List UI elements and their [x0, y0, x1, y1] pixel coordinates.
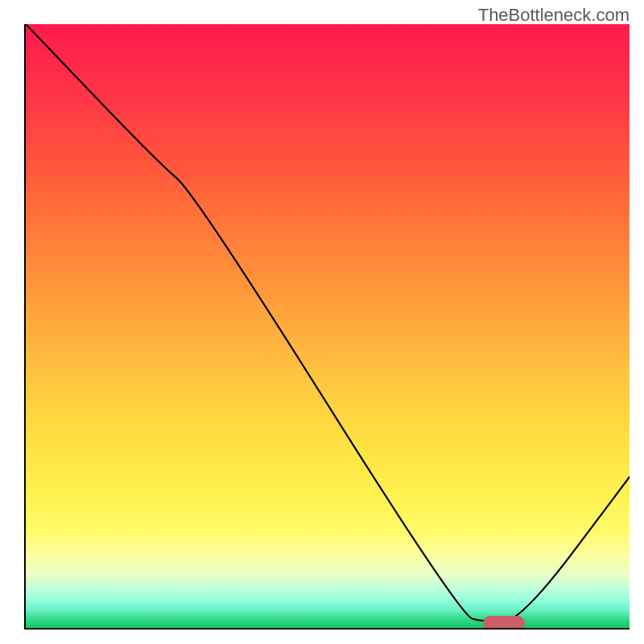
chart-plot-area — [24, 24, 630, 630]
watermark-text: TheBottleneck.com — [478, 5, 630, 26]
bottleneck-curve — [26, 24, 630, 628]
optimal-marker — [483, 616, 526, 630]
